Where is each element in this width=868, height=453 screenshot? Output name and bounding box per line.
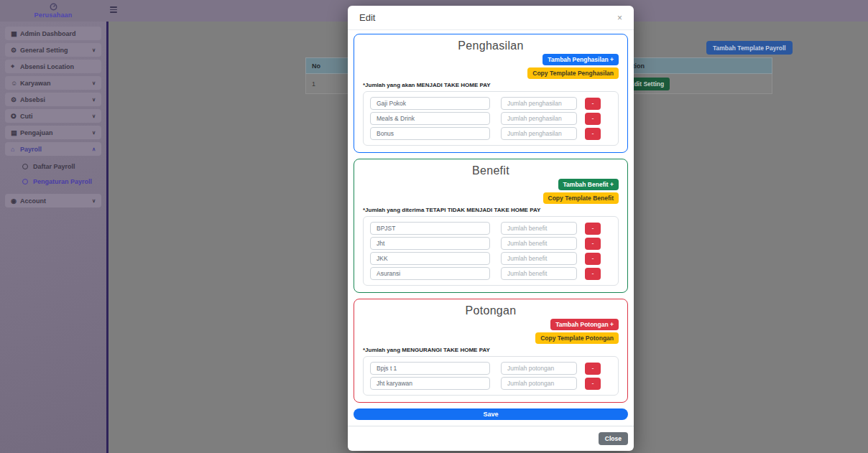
section-note: *Jumlah yang akan MENJADI TAKE HOME PAY xyxy=(363,82,619,88)
chevron-icon: ∨ xyxy=(92,97,96,103)
form-row: - xyxy=(370,112,611,125)
map-pin-icon: ⌖ xyxy=(11,62,20,70)
item-name-input[interactable] xyxy=(370,267,490,280)
sidebar-item[interactable]: ◉ Account ∨ xyxy=(5,194,101,207)
radio-circle-icon xyxy=(22,179,28,185)
copy-template-button[interactable]: Copy Template Benefit xyxy=(543,192,619,204)
sidebar-item-label: Karyawan xyxy=(20,80,92,87)
copy-template-button[interactable]: Copy Template Penghasilan xyxy=(527,67,619,79)
form-row: - xyxy=(370,267,611,280)
document-icon: ▤ xyxy=(11,129,20,136)
submenu-item[interactable]: Daftar Payroll xyxy=(0,162,106,172)
remove-row-button[interactable]: - xyxy=(585,378,601,390)
section-rows-container: - - - xyxy=(363,91,619,146)
item-name-input[interactable] xyxy=(370,127,490,140)
table-cell-action: Edit Setting xyxy=(619,74,772,94)
section-rows-container: - - xyxy=(363,356,619,396)
item-amount-input[interactable] xyxy=(501,267,577,280)
item-name-input[interactable] xyxy=(370,237,490,250)
chevron-icon: ∨ xyxy=(92,47,96,53)
form-row: - xyxy=(370,97,611,110)
person-circle-icon: ◉ xyxy=(11,197,20,205)
radio-circle-icon xyxy=(22,164,28,169)
add-item-button[interactable]: Tambah Benefit + xyxy=(558,179,619,190)
section-title: Potongan xyxy=(363,304,619,317)
chevron-icon: ∨ xyxy=(92,113,96,119)
sidebar-item[interactable]: ▦ Admin Dashboard xyxy=(5,27,101,40)
badge-icon: ✪ xyxy=(11,113,20,120)
sidebar-item-label: General Setting xyxy=(20,47,92,54)
form-row: - xyxy=(370,237,611,250)
modal-body: Penghasilan Tambah Penghasilan + Copy Te… xyxy=(348,30,634,426)
remove-row-button[interactable]: - xyxy=(585,363,601,375)
item-name-input[interactable] xyxy=(370,222,490,235)
brand-logo-icon xyxy=(50,3,57,11)
gear-icon: ⚙ xyxy=(11,96,20,103)
sidebar-item[interactable]: ⌂ Payroll ∧ xyxy=(5,142,101,156)
item-amount-input[interactable] xyxy=(501,252,577,265)
close-icon[interactable]: × xyxy=(617,14,622,22)
close-button[interactable]: Close xyxy=(599,432,628,445)
sidebar-item-label: Absebsi xyxy=(20,96,92,103)
form-section: Penghasilan Tambah Penghasilan + Copy Te… xyxy=(354,34,628,153)
remove-row-button[interactable]: - xyxy=(585,128,601,140)
form-row: - xyxy=(370,377,611,390)
sidebar-item-label: Cuti xyxy=(20,113,92,120)
table-header-action: Action xyxy=(619,58,772,74)
item-amount-input[interactable] xyxy=(501,97,577,110)
form-row: - xyxy=(370,127,611,140)
remove-row-button[interactable]: - xyxy=(585,98,601,110)
form-row: - xyxy=(370,222,611,235)
chevron-icon: ∨ xyxy=(92,130,96,136)
form-row: - xyxy=(370,252,611,265)
save-button[interactable]: Save xyxy=(354,408,628,420)
payroll-submenu: Daftar Payroll Pengaturan Payroll xyxy=(0,159,106,194)
item-name-input[interactable] xyxy=(370,97,490,110)
item-name-input[interactable] xyxy=(370,112,490,125)
section-title: Penghasilan xyxy=(363,39,619,52)
sidebar-item[interactable]: ⌖ Absensi Location xyxy=(5,60,101,73)
sidebar-item-label: Admin Dashboard xyxy=(20,30,96,37)
add-template-payroll-button[interactable]: Tambah Template Payroll xyxy=(706,41,793,55)
form-section: Benefit Tambah Benefit + Copy Template B… xyxy=(354,159,628,293)
modal-title: Edit xyxy=(359,12,375,23)
submenu-item[interactable]: Pengaturan Payroll xyxy=(0,177,106,187)
remove-row-button[interactable]: - xyxy=(585,223,601,235)
item-amount-input[interactable] xyxy=(501,237,577,250)
remove-row-button[interactable]: - xyxy=(585,113,601,125)
sidebar-item-label: Pengajuan xyxy=(20,129,92,136)
brand[interactable]: Perusahaan xyxy=(0,0,106,22)
hamburger-icon[interactable] xyxy=(110,6,117,13)
submenu-item-label: Pengaturan Payroll xyxy=(33,178,92,185)
sidebar-item-label: Payroll xyxy=(20,146,92,153)
sidebar-item[interactable]: ☺ Karyawan ∨ xyxy=(5,76,101,90)
user-icon: ☺ xyxy=(11,80,20,87)
sidebar-item[interactable]: ▤ Pengajuan ∨ xyxy=(5,126,101,139)
sidebar-item[interactable]: ⚙ Absebsi ∨ xyxy=(5,93,101,106)
item-amount-input[interactable] xyxy=(501,362,577,375)
remove-row-button[interactable]: - xyxy=(585,268,601,280)
bank-icon: ⌂ xyxy=(11,146,20,153)
section-title: Benefit xyxy=(363,164,619,177)
sidebar-item[interactable]: ⚙ General Setting ∨ xyxy=(5,43,101,57)
item-amount-input[interactable] xyxy=(501,377,577,390)
item-amount-input[interactable] xyxy=(501,127,577,140)
form-section: Potongan Tambah Potongan + Copy Template… xyxy=(354,299,628,403)
add-item-button[interactable]: Tambah Penghasilan + xyxy=(542,54,619,65)
item-name-input[interactable] xyxy=(370,252,490,265)
item-amount-input[interactable] xyxy=(501,222,577,235)
remove-row-button[interactable]: - xyxy=(585,253,601,265)
add-item-button[interactable]: Tambah Potongan + xyxy=(550,319,619,330)
submenu-item-label: Daftar Payroll xyxy=(33,163,75,170)
gear-icon: ⚙ xyxy=(11,47,20,54)
item-name-input[interactable] xyxy=(370,362,490,375)
remove-row-button[interactable]: - xyxy=(585,238,601,250)
item-amount-input[interactable] xyxy=(501,112,577,125)
copy-template-button[interactable]: Copy Template Potongan xyxy=(535,332,619,344)
sidebar-item-label: Absensi Location xyxy=(20,63,96,70)
sidebar: ▦ Admin Dashboard ⚙ General Setting ∨ ⌖ … xyxy=(0,22,108,453)
sidebar-item-label: Account xyxy=(20,197,92,205)
chevron-icon: ∧ xyxy=(92,146,96,152)
item-name-input[interactable] xyxy=(370,377,490,390)
sidebar-item[interactable]: ✪ Cuti ∨ xyxy=(5,109,101,123)
